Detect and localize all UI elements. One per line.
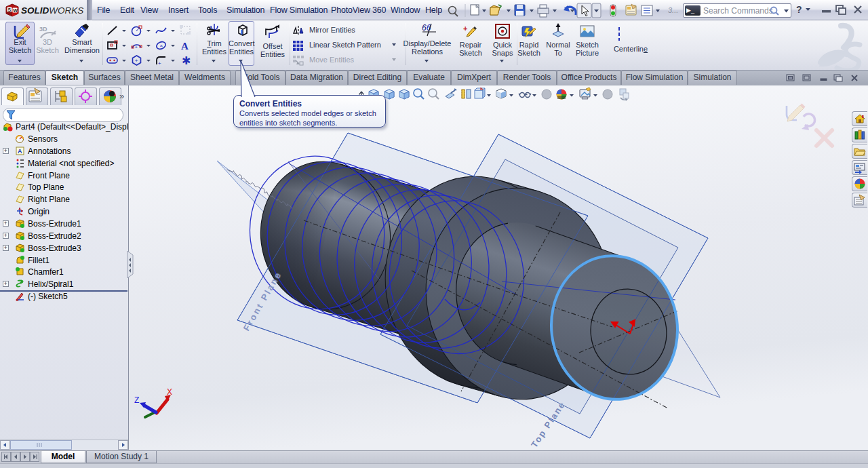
svg-text:X: X (167, 387, 172, 397)
svg-text:+: + (158, 60, 161, 66)
svg-text:Z: Z (134, 395, 139, 405)
svg-text:S: S (8, 7, 12, 12)
svg-text:3D: 3D (39, 26, 47, 33)
svg-text:A: A (18, 148, 22, 155)
svg-text:+: + (463, 24, 467, 33)
svg-text:+: + (135, 44, 138, 50)
svg-text:?: ? (796, 4, 802, 15)
svg-text:A: A (181, 41, 189, 52)
svg-text:×: × (160, 43, 163, 49)
svg-text:+: + (135, 58, 138, 64)
svg-text:3...: 3... (668, 6, 678, 14)
svg-text:✱: ✱ (182, 55, 191, 66)
svg-text:SOLIDWORKS: SOLIDWORKS (21, 5, 83, 16)
svg-text:W: W (13, 8, 18, 13)
